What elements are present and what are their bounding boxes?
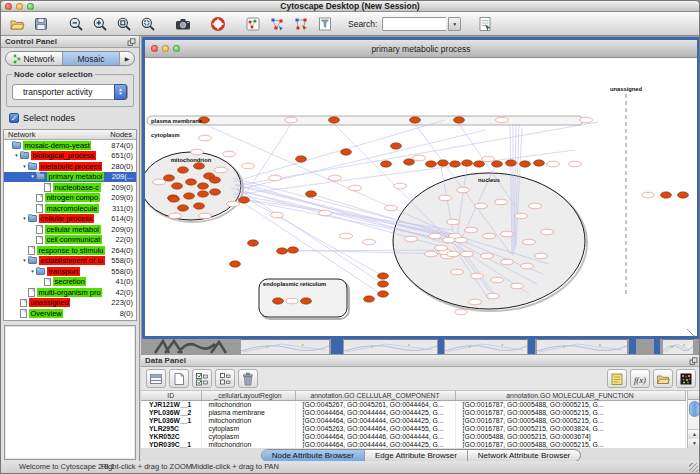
gene-label-node[interactable] — [425, 251, 438, 257]
gene-label-node[interactable] — [495, 199, 508, 205]
vizmapper-button[interactable] — [242, 14, 264, 34]
gene-label-node[interactable] — [580, 117, 593, 123]
gene-node[interactable] — [178, 205, 189, 211]
column-header[interactable]: _cellularLayoutRegion — [201, 391, 295, 400]
gene-label-node[interactable] — [469, 299, 482, 305]
gene-label-node[interactable] — [447, 219, 460, 225]
table-cell[interactable]: [GO:0016787, GO:0005488, GO:0005215, G..… — [455, 409, 685, 417]
data-panel-header[interactable]: Data Panel — [141, 355, 700, 367]
gene-label-node[interactable] — [385, 205, 398, 211]
tree-row[interactable]: nitrogen compo209(0) — [4, 193, 136, 204]
zoom-fit-button[interactable] — [113, 14, 135, 34]
gene-node[interactable] — [410, 117, 421, 123]
gene-node[interactable] — [306, 191, 317, 197]
gene-label-node[interactable] — [535, 253, 548, 259]
gene-label-node[interactable] — [363, 239, 376, 245]
table-cell[interactable]: [GO:0045267, GO:0045261, GO:0044464, G..… — [295, 400, 455, 409]
gene-label-node[interactable] — [455, 237, 468, 243]
network-canvas[interactable]: plasma membranecytoplasmmitochondrionnuc… — [145, 58, 697, 336]
gene-label-node[interactable] — [439, 195, 452, 201]
table-row[interactable]: YKR052Ccytoplasm[GO:0044464, GO:0044446,… — [141, 433, 685, 441]
select-nodes-checkbox[interactable]: ✓ — [9, 113, 19, 123]
disclosure-triangle-icon[interactable]: ▼ — [29, 269, 36, 274]
gene-label-node[interactable] — [547, 161, 560, 167]
gene-node[interactable] — [454, 117, 465, 123]
gene-label-node[interactable] — [475, 203, 488, 209]
gene-label-node[interactable] — [285, 117, 298, 123]
gene-node[interactable] — [169, 196, 180, 202]
delete-attribute-button[interactable] — [238, 369, 258, 388]
table-cell[interactable]: YJR121W__1 — [141, 400, 201, 409]
gene-label-node[interactable] — [215, 167, 228, 173]
gene-label-node[interactable] — [501, 231, 514, 237]
gene-label-node[interactable] — [349, 185, 362, 191]
disclosure-triangle-icon[interactable]: ▼ — [13, 153, 20, 158]
gene-label-node[interactable] — [413, 155, 426, 161]
float-panel-icon[interactable] — [689, 357, 698, 370]
gene-node[interactable] — [426, 161, 437, 167]
gene-label-node[interactable] — [465, 227, 478, 233]
tab-node-attribute-browser[interactable]: Node Attribute Browser — [262, 450, 365, 461]
gene-label-node[interactable] — [481, 253, 494, 259]
tree-row[interactable]: unassigned223(0) — [4, 298, 136, 309]
attribute-matrix-button[interactable] — [676, 369, 696, 388]
tree-row[interactable]: ▼transport558(0) — [4, 266, 136, 277]
gene-label-node[interactable] — [223, 151, 236, 157]
table-scrollbar[interactable]: ▲ ▼ — [687, 391, 700, 448]
gene-label-node[interactable] — [451, 269, 464, 275]
gene-label-node[interactable] — [461, 251, 474, 257]
scrollbar-arrows[interactable]: ▲ ▼ — [688, 429, 700, 447]
resize-grip[interactable] — [689, 463, 698, 472]
gene-node[interactable] — [661, 192, 672, 198]
gene-node[interactable] — [378, 281, 389, 287]
gene-label-node[interactable] — [405, 236, 418, 242]
table-cell[interactable]: [GO:0045263, GO:0044464, GO:0044455, G..… — [295, 425, 455, 433]
gene-label-node[interactable] — [169, 213, 182, 219]
gene-node[interactable] — [534, 160, 545, 166]
gene-label-node[interactable] — [471, 273, 484, 279]
gene-node[interactable] — [210, 189, 221, 195]
float-panel-icon[interactable] — [127, 38, 136, 51]
gene-node[interactable] — [381, 161, 392, 167]
table-cell[interactable]: YDR039C__1 — [141, 441, 201, 449]
gene-label-node[interactable] — [429, 233, 442, 239]
gene-node[interactable] — [230, 261, 241, 267]
gene-node[interactable] — [364, 296, 375, 302]
gene-label-node[interactable] — [447, 251, 460, 257]
column-header[interactable]: annotation.GO MOLECULAR_FUNCTION — [455, 391, 685, 400]
gene-node[interactable] — [438, 160, 449, 166]
gene-label-node[interactable] — [319, 210, 332, 216]
disclosure-triangle-icon[interactable]: ▼ — [21, 258, 28, 263]
gene-node[interactable] — [194, 203, 205, 209]
select-all-attributes-button[interactable] — [192, 369, 212, 388]
gene-node[interactable] — [178, 167, 189, 173]
tree-row[interactable]: ▼cellular process614(0) — [4, 214, 136, 225]
gene-label-node[interactable] — [457, 187, 470, 193]
background-window-border[interactable] — [528, 339, 535, 354]
table-cell[interactable]: [GO:0044464, GO:0044444, GO:0044425, G..… — [295, 441, 455, 449]
gene-node[interactable] — [198, 183, 209, 189]
gene-node[interactable] — [186, 179, 197, 185]
tab-edge-attribute-browser[interactable]: Edge Attribute Browser — [365, 450, 468, 461]
background-window-border[interactable] — [438, 339, 444, 354]
unselect-all-attributes-button[interactable] — [215, 369, 235, 388]
gene-label-node[interactable] — [443, 237, 456, 243]
attribute-function-button[interactable]: f(x) — [630, 369, 650, 388]
attribute-label-button[interactable] — [607, 369, 627, 388]
tree-row[interactable]: mosaic-demo-yeast874(0) — [4, 140, 136, 151]
table-cell[interactable]: YPL036W__2 — [141, 409, 201, 417]
zoom-in-button[interactable] — [89, 14, 111, 34]
table-cell[interactable]: cytoplasm — [201, 425, 295, 433]
layout-spring-button[interactable] — [266, 14, 288, 34]
tab-overflow-button[interactable]: ▶ — [120, 52, 134, 65]
gene-label-node[interactable] — [242, 163, 255, 169]
tree-row[interactable]: Overview8(0) — [4, 308, 136, 319]
gene-node[interactable] — [172, 183, 183, 189]
network-view-window[interactable]: primary metabolic process plasma membran… — [142, 37, 700, 339]
tree-row[interactable]: nucleobase-c209(0) — [4, 182, 136, 193]
table-cell[interactable]: YPL036W__1 — [141, 417, 201, 425]
background-window-fragment[interactable] — [537, 339, 627, 354]
column-header[interactable]: annotation.GO CELLULAR_COMPONENT — [295, 391, 455, 400]
gene-label-node[interactable] — [511, 283, 524, 289]
gene-label-node[interactable] — [269, 175, 282, 181]
